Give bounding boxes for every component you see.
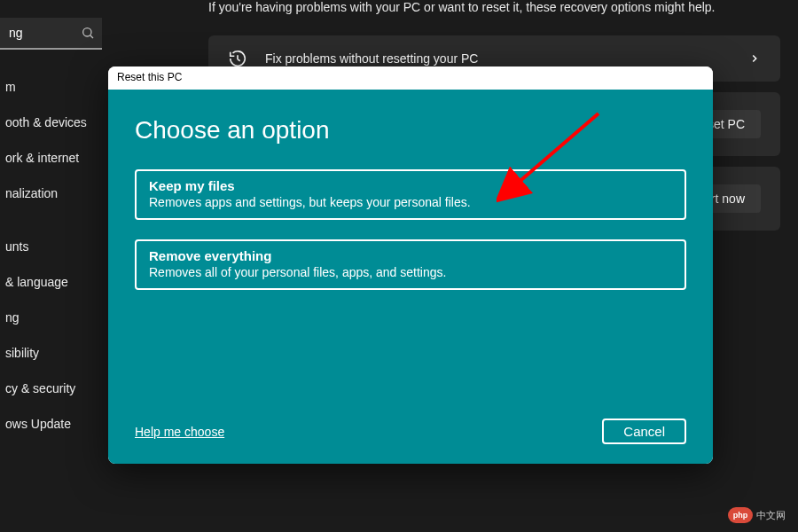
- sidebar-item-label: cy & security: [5, 381, 75, 395]
- option-remove-everything[interactable]: Remove everything Removes all of your pe…: [135, 239, 686, 290]
- reset-this-pc-dialog: Reset this PC Choose an option Keep my f…: [108, 66, 713, 464]
- sidebar-spacer: [0, 211, 102, 229]
- dialog-heading: Choose an option: [135, 116, 686, 145]
- search-icon: [81, 26, 95, 40]
- dialog-body: Choose an option Keep my files Removes a…: [108, 90, 713, 464]
- sidebar-item-label: ows Update: [5, 417, 71, 431]
- help-me-choose-link[interactable]: Help me choose: [135, 425, 224, 439]
- sidebar-item-label: nalization: [5, 186, 58, 200]
- dialog-footer: Help me choose Cancel: [135, 419, 686, 444]
- sidebar-item-system[interactable]: m: [0, 69, 102, 105]
- option-keep-title: Keep my files: [149, 178, 672, 193]
- sidebar-item-bluetooth[interactable]: ooth & devices: [0, 105, 102, 140]
- watermark: php 中文网: [728, 507, 786, 523]
- sidebar-item-accessibility[interactable]: sibility: [0, 335, 102, 371]
- svg-line-3: [238, 59, 240, 61]
- sidebar-item-gaming[interactable]: ng: [0, 300, 102, 335]
- sidebar-item-windows-update[interactable]: ows Update: [0, 406, 102, 442]
- settings-sidebar: m ooth & devices ork & internet nalizati…: [0, 0, 102, 532]
- sidebar-item-privacy-security[interactable]: cy & security: [0, 371, 102, 406]
- sidebar-item-label: sibility: [5, 346, 39, 360]
- php-badge-icon: php: [728, 507, 753, 523]
- cancel-button[interactable]: Cancel: [602, 419, 686, 444]
- svg-point-0: [83, 28, 91, 36]
- card-fix-problems-text: Fix problems without resetting your PC: [265, 51, 738, 66]
- sidebar-item-label: & language: [5, 275, 68, 289]
- svg-line-1: [90, 35, 93, 38]
- dialog-title: Reset this PC: [108, 66, 713, 90]
- sidebar-item-label: m: [5, 80, 16, 94]
- sidebar-item-network[interactable]: ork & internet: [0, 140, 102, 176]
- watermark-text: 中文网: [756, 509, 786, 522]
- sidebar-item-accounts[interactable]: unts: [0, 229, 102, 264]
- option-remove-desc: Removes all of your personal files, apps…: [149, 265, 672, 279]
- recovery-intro-text: If you're having problems with your PC o…: [208, 0, 780, 14]
- sidebar-item-time-language[interactable]: & language: [0, 264, 102, 300]
- sidebar-item-label: ooth & devices: [5, 115, 87, 129]
- search-wrapper: [0, 18, 102, 50]
- chevron-right-icon: [748, 52, 761, 65]
- history-icon: [228, 49, 247, 68]
- sidebar-item-label: ork & internet: [5, 151, 79, 165]
- sidebar-item-label: ng: [5, 310, 20, 325]
- option-keep-my-files[interactable]: Keep my files Removes apps and settings,…: [135, 169, 686, 220]
- sidebar-item-personalization[interactable]: nalization: [0, 176, 102, 211]
- option-remove-title: Remove everything: [149, 248, 672, 263]
- sidebar-item-label: unts: [5, 239, 28, 254]
- option-keep-desc: Removes apps and settings, but keeps you…: [149, 195, 672, 209]
